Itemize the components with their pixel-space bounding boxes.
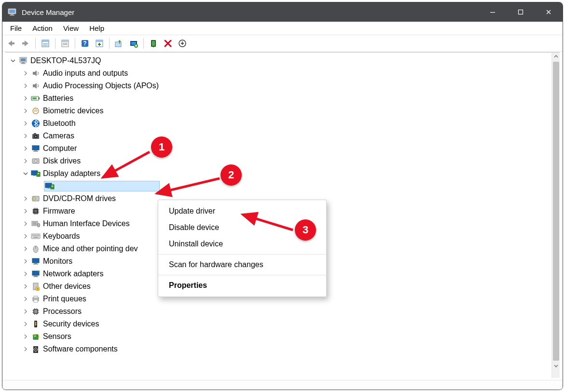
svg-rect-83 xyxy=(34,296,38,298)
chevron-right-icon[interactable] xyxy=(22,220,29,228)
svg-rect-15 xyxy=(63,44,68,45)
tree-category-label: Audio inputs and outputs xyxy=(43,69,128,77)
chevron-right-icon[interactable] xyxy=(22,145,29,152)
tree-device-selected[interactable] xyxy=(6,180,551,192)
context-scan-hardware[interactable]: Scan for hardware changes xyxy=(158,257,326,273)
chevron-right-icon[interactable] xyxy=(22,320,29,328)
menu-help[interactable]: Help xyxy=(84,23,109,33)
menu-view[interactable]: View xyxy=(58,23,83,33)
svg-rect-33 xyxy=(32,97,37,99)
chevron-right-icon[interactable] xyxy=(22,82,29,90)
tree-category-label: Audio Processing Objects (APOs) xyxy=(43,82,159,90)
tree-category[interactable]: Processors xyxy=(6,305,551,318)
tree-category-label: Security devices xyxy=(43,320,99,328)
svg-rect-60 xyxy=(33,222,37,223)
tree-category-label: Keyboards xyxy=(43,232,80,240)
tree-category[interactable]: Batteries xyxy=(6,92,551,105)
bluetooth-icon xyxy=(30,119,41,128)
chevron-right-icon[interactable] xyxy=(22,69,29,77)
toolbar-more-button[interactable] xyxy=(176,37,189,50)
svg-rect-40 xyxy=(32,146,39,150)
menu-file[interactable]: File xyxy=(5,23,27,33)
chevron-right-icon[interactable] xyxy=(22,345,29,353)
svg-rect-47 xyxy=(33,175,36,176)
monitor-icon xyxy=(30,144,41,153)
tree-category[interactable]: Biometric devices xyxy=(6,105,551,117)
tree-category[interactable]: Software components xyxy=(6,343,551,355)
chevron-right-icon[interactable] xyxy=(22,283,29,290)
chevron-right-icon[interactable] xyxy=(22,245,29,253)
printer-icon xyxy=(30,294,41,304)
chevron-right-icon[interactable] xyxy=(22,132,29,140)
toolbar-show-hidden-button[interactable] xyxy=(39,37,52,50)
tree-category[interactable]: Sensors xyxy=(6,330,551,343)
tree-root[interactable]: DESKTOP-4L537JQ xyxy=(6,54,551,67)
menu-action[interactable]: Action xyxy=(28,23,57,33)
context-separator xyxy=(158,254,326,255)
toolbar-update-driver-button[interactable] xyxy=(112,37,126,50)
svg-rect-65 xyxy=(32,235,33,236)
chevron-right-icon[interactable] xyxy=(22,95,29,102)
context-menu: Update driver Disable device Uninstall d… xyxy=(158,200,327,297)
close-button[interactable] xyxy=(535,2,563,22)
svg-point-45 xyxy=(35,161,36,162)
chevron-right-icon[interactable] xyxy=(22,295,29,303)
context-uninstall-device[interactable]: Uninstall device xyxy=(158,236,326,252)
unknown-icon: ? xyxy=(30,282,41,291)
speaker-icon xyxy=(30,81,41,91)
chevron-right-icon[interactable] xyxy=(22,257,29,265)
tree-category[interactable]: Cameras xyxy=(6,130,551,142)
scroll-thumb[interactable] xyxy=(553,62,559,361)
chevron-right-icon[interactable] xyxy=(22,207,29,215)
chevron-right-icon[interactable] xyxy=(22,195,29,203)
toolbar-help-button[interactable]: ? xyxy=(78,37,92,50)
tree-category[interactable]: Disk drives xyxy=(6,155,551,167)
toolbar-forward-button[interactable] xyxy=(19,37,32,50)
context-update-driver[interactable]: Update driver xyxy=(158,203,326,219)
svg-rect-3 xyxy=(10,15,14,16)
toolbar-enable-button[interactable] xyxy=(147,37,160,50)
tree-category[interactable]: Security devices xyxy=(6,318,551,330)
chevron-right-icon[interactable] xyxy=(22,120,29,127)
context-properties[interactable]: Properties xyxy=(158,277,326,294)
security-icon xyxy=(30,319,41,329)
svg-rect-75 xyxy=(33,264,38,265)
svg-rect-67 xyxy=(35,235,36,236)
chevron-right-icon[interactable] xyxy=(22,270,29,278)
chevron-right-icon[interactable] xyxy=(22,107,29,115)
monitor-card-icon xyxy=(30,169,41,178)
svg-rect-48 xyxy=(37,172,40,176)
chevron-right-icon[interactable] xyxy=(22,232,29,240)
tree-category[interactable]: Computer xyxy=(6,142,551,155)
context-disable-device[interactable]: Disable device xyxy=(158,219,326,236)
scroll-down-icon[interactable] xyxy=(553,363,559,369)
svg-rect-91 xyxy=(34,336,36,337)
chevron-right-icon[interactable] xyxy=(22,333,29,340)
chevron-down-icon[interactable] xyxy=(9,57,17,65)
chevron-right-icon[interactable] xyxy=(22,308,29,315)
tree-category-label: Processors xyxy=(43,308,82,315)
scrollbar-vertical[interactable] xyxy=(551,53,560,378)
window-title: Device Manager xyxy=(22,8,74,16)
tree-category[interactable]: Bluetooth xyxy=(6,117,551,130)
toolbar-back-button[interactable] xyxy=(4,37,18,50)
battery-icon xyxy=(30,94,41,103)
tree-category[interactable]: Audio Processing Objects (APOs) xyxy=(6,80,551,92)
menubar: File Action View Help xyxy=(2,22,563,35)
tree-category-label: Bluetooth xyxy=(43,120,76,127)
tree-category[interactable]: Audio inputs and outputs xyxy=(6,67,551,80)
tree-category[interactable]: Display adapters xyxy=(6,167,551,180)
device-manager-window: Device Manager File Action View Help xyxy=(2,2,563,390)
toolbar-scan-button[interactable] xyxy=(93,37,106,50)
toolbar-uninstall-button[interactable] xyxy=(161,37,175,50)
svg-point-94 xyxy=(35,349,36,350)
minimize-button[interactable] xyxy=(479,2,507,22)
toolbar-add-legacy-button[interactable] xyxy=(127,37,140,50)
scroll-up-icon[interactable] xyxy=(553,54,559,60)
tree-category-label: Print queues xyxy=(43,295,86,303)
svg-rect-30 xyxy=(21,63,26,64)
chevron-down-icon[interactable] xyxy=(22,170,29,177)
maximize-button[interactable] xyxy=(507,2,535,22)
toolbar-properties-button[interactable] xyxy=(58,37,72,50)
chevron-right-icon[interactable] xyxy=(22,157,29,165)
